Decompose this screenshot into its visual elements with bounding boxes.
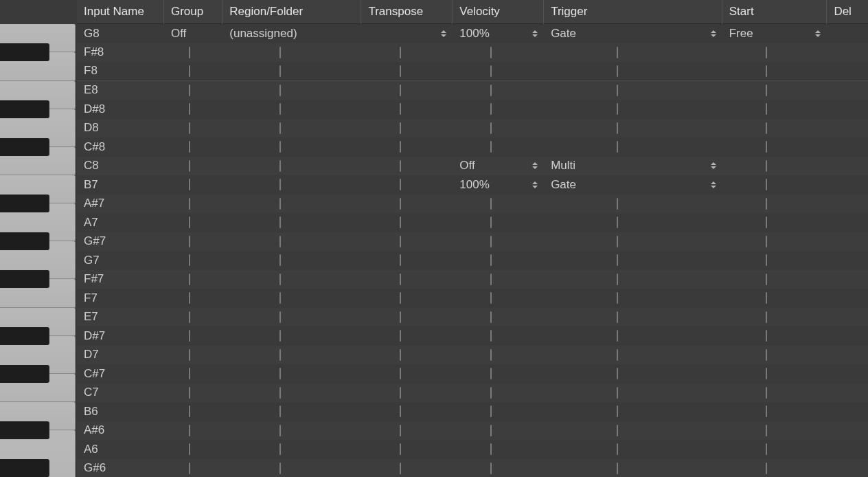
table-row[interactable]: E8 bbox=[77, 81, 868, 100]
cell-region: (unassigned) bbox=[222, 24, 361, 43]
cell-group bbox=[164, 289, 222, 308]
cell-trigger[interactable]: Gate bbox=[544, 24, 722, 43]
cell-separator-tick bbox=[279, 311, 281, 323]
table-row[interactable]: A7 bbox=[77, 213, 868, 232]
table-row[interactable]: A#6 bbox=[77, 421, 868, 441]
cell-transpose bbox=[361, 326, 453, 346]
piano-black-key[interactable] bbox=[0, 195, 49, 212]
table-row[interactable]: B7100%Gate bbox=[77, 175, 868, 195]
cell-separator-tick bbox=[279, 47, 281, 58]
table-row[interactable]: G8Off(unassigned)100%GateFree bbox=[77, 24, 868, 43]
cell-del bbox=[827, 100, 868, 119]
cell-transpose[interactable] bbox=[361, 24, 453, 43]
cell-input-name-value: F#8 bbox=[84, 45, 104, 59]
cell-separator-tick bbox=[766, 425, 767, 436]
col-header-input-name[interactable]: Input Name bbox=[77, 0, 164, 24]
cell-start bbox=[722, 308, 827, 327]
piano-black-key[interactable] bbox=[0, 138, 49, 156]
cell-separator-tick bbox=[400, 387, 401, 399]
table-row[interactable]: A6 bbox=[77, 440, 868, 459]
cell-velocity bbox=[453, 421, 544, 441]
table-row[interactable]: C#8 bbox=[77, 137, 868, 157]
cell-del bbox=[827, 232, 868, 252]
cell-input-name: C8 bbox=[77, 157, 164, 176]
stepper-icon[interactable] bbox=[814, 29, 821, 38]
stepper-icon[interactable] bbox=[532, 29, 538, 38]
table-row[interactable]: F8 bbox=[77, 62, 868, 81]
cell-separator-tick bbox=[617, 47, 618, 58]
cell-del bbox=[827, 440, 868, 459]
table-row[interactable]: D#7 bbox=[77, 326, 868, 346]
cell-del bbox=[827, 364, 868, 384]
col-header-trigger[interactable]: Trigger bbox=[544, 0, 722, 24]
cell-trigger bbox=[544, 100, 722, 119]
cell-velocity[interactable]: 100% bbox=[453, 175, 544, 195]
cell-separator-tick bbox=[766, 349, 767, 361]
cell-transpose bbox=[361, 364, 453, 384]
table-row[interactable]: B6 bbox=[77, 402, 868, 421]
table-row[interactable]: D#8 bbox=[77, 100, 868, 119]
col-header-velocity[interactable]: Velocity bbox=[453, 0, 544, 24]
cell-input-name-value: E7 bbox=[84, 310, 98, 324]
table-row[interactable]: C7 bbox=[77, 384, 868, 403]
cell-input-name-value: A7 bbox=[84, 216, 98, 230]
cell-trigger[interactable]: Multi bbox=[544, 157, 722, 176]
piano-black-key[interactable] bbox=[0, 327, 49, 345]
cell-separator-tick bbox=[400, 254, 401, 266]
table-row[interactable]: G#7 bbox=[77, 232, 868, 252]
cell-velocity-value: Off bbox=[459, 159, 475, 173]
table-row[interactable]: A#7 bbox=[77, 195, 868, 214]
cell-separator-tick bbox=[490, 198, 492, 210]
stepper-icon[interactable] bbox=[710, 161, 717, 170]
cell-start[interactable]: Free bbox=[722, 24, 827, 43]
piano-black-key[interactable] bbox=[0, 100, 49, 118]
piano-black-key[interactable] bbox=[0, 365, 49, 383]
cell-start bbox=[722, 62, 827, 80]
cell-velocity bbox=[453, 308, 544, 327]
stepper-icon[interactable] bbox=[532, 180, 538, 190]
piano-black-key[interactable] bbox=[0, 43, 49, 61]
stepper-icon[interactable] bbox=[710, 29, 717, 38]
table-row[interactable]: F#7 bbox=[77, 270, 868, 289]
cell-start bbox=[722, 195, 827, 214]
table-row[interactable]: G#6 bbox=[77, 459, 868, 478]
cell-velocity bbox=[453, 137, 544, 157]
cell-trigger[interactable]: Gate bbox=[544, 175, 722, 195]
stepper-icon[interactable] bbox=[440, 29, 447, 38]
cell-del bbox=[827, 326, 868, 346]
piano-black-key[interactable] bbox=[0, 459, 49, 477]
piano-black-key[interactable] bbox=[0, 232, 49, 250]
cell-input-name-value: A#6 bbox=[84, 423, 104, 437]
cell-del bbox=[827, 119, 868, 138]
cell-velocity bbox=[453, 270, 544, 289]
col-header-start[interactable]: Start bbox=[722, 0, 827, 24]
piano-black-key[interactable] bbox=[0, 421, 49, 439]
cell-separator-tick bbox=[617, 65, 618, 77]
cell-trigger bbox=[544, 402, 722, 421]
col-header-transpose[interactable]: Transpose bbox=[361, 0, 453, 24]
table-row[interactable]: D7 bbox=[77, 346, 868, 365]
cell-velocity[interactable]: 100% bbox=[453, 24, 544, 43]
table-row[interactable]: C#7 bbox=[77, 364, 868, 384]
table-row[interactable]: D8 bbox=[77, 119, 868, 138]
table-row[interactable]: C8OffMulti bbox=[77, 157, 868, 176]
cell-region bbox=[222, 157, 361, 176]
col-header-group[interactable]: Group bbox=[164, 0, 222, 24]
cell-separator-tick bbox=[766, 387, 767, 399]
table-row[interactable]: F#8 bbox=[77, 43, 868, 63]
cell-separator-tick bbox=[766, 47, 767, 58]
cell-velocity[interactable]: Off bbox=[453, 157, 544, 176]
table-row[interactable]: F7 bbox=[77, 289, 868, 308]
cell-separator-tick bbox=[189, 254, 190, 266]
cell-region bbox=[222, 308, 361, 327]
table-row[interactable]: G7 bbox=[77, 251, 868, 270]
col-header-del[interactable]: Del bbox=[827, 0, 868, 24]
cell-input-name: G#6 bbox=[77, 459, 164, 478]
piano-black-key[interactable] bbox=[0, 270, 49, 288]
cell-separator-tick bbox=[400, 349, 401, 361]
cell-region bbox=[222, 289, 361, 308]
stepper-icon[interactable] bbox=[532, 161, 538, 170]
table-row[interactable]: E7 bbox=[77, 308, 868, 327]
stepper-icon[interactable] bbox=[710, 180, 717, 190]
col-header-region[interactable]: Region/Folder bbox=[222, 0, 361, 24]
